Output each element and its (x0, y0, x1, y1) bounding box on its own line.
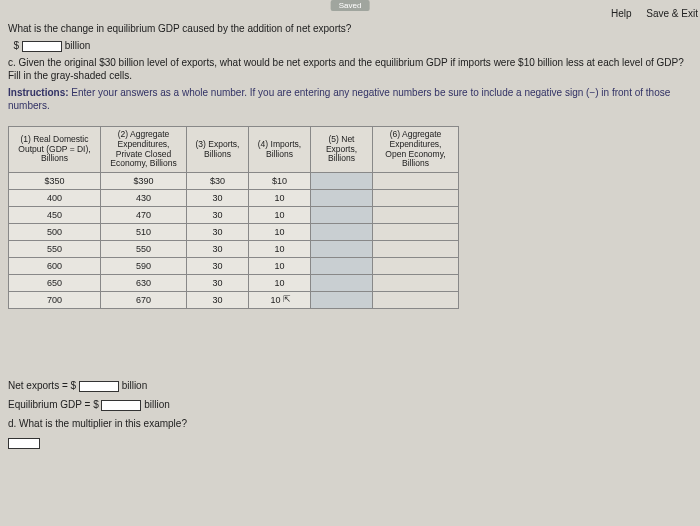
cell-c2: $390 (101, 173, 187, 190)
cell-c1: 550 (9, 241, 101, 258)
net-exports-input[interactable] (79, 381, 119, 392)
agg-exp-open-cell[interactable] (373, 173, 459, 190)
part-c-text: c. Given the original $30 billion level … (8, 56, 692, 82)
cell-c4: 10 (249, 190, 311, 207)
cell-c2: 510 (101, 224, 187, 241)
gdp-change-input[interactable] (22, 41, 62, 52)
equilibrium-gdp-line: Equilibrium GDP = $ billion (8, 398, 692, 411)
agg-exp-open-cell[interactable] (373, 190, 459, 207)
cell-c2: 590 (101, 258, 187, 275)
part-d-text: d. What is the multiplier in this exampl… (8, 417, 692, 430)
net-exports-line: Net exports = $ billion (8, 379, 692, 392)
cell-c4: 10 (249, 207, 311, 224)
agg-exp-open-cell[interactable] (373, 241, 459, 258)
net-exports-cell[interactable] (311, 173, 373, 190)
cell-c1: 600 (9, 258, 101, 275)
top-right-links: Help Save & Exit (599, 8, 698, 19)
multiplier-answer-line (8, 436, 692, 449)
billion-label: billion (65, 40, 91, 51)
cell-c2: 470 (101, 207, 187, 224)
cell-c1: $350 (9, 173, 101, 190)
col-header-2: (2) Aggregate Expenditures, Private Clos… (101, 127, 187, 173)
eq-gdp-label: Equilibrium GDP = $ (8, 399, 99, 410)
instructions-label: Instructions: (8, 87, 69, 98)
multiplier-input[interactable] (8, 438, 40, 449)
agg-exp-open-cell[interactable] (373, 275, 459, 292)
cell-c1: 450 (9, 207, 101, 224)
billion-label: billion (144, 399, 170, 410)
col-header-4: (4) Imports, Billions (249, 127, 311, 173)
net-exports-cell[interactable] (311, 275, 373, 292)
cell-c4: 10 (249, 275, 311, 292)
cursor-icon: ⇱ (283, 294, 291, 304)
cell-c3: 30 (187, 258, 249, 275)
net-exports-cell[interactable] (311, 224, 373, 241)
net-exports-cell[interactable] (311, 241, 373, 258)
agg-exp-open-cell[interactable] (373, 258, 459, 275)
agg-exp-open-cell[interactable] (373, 292, 459, 309)
help-link[interactable]: Help (611, 8, 632, 19)
table-row: $350$390$30$10 (9, 173, 459, 190)
cell-c3: 30 (187, 207, 249, 224)
cell-c3: 30 (187, 275, 249, 292)
answer-line-1: $ billion (8, 39, 692, 52)
net-exports-cell[interactable] (311, 207, 373, 224)
cell-c2: 550 (101, 241, 187, 258)
agg-exp-open-cell[interactable] (373, 224, 459, 241)
net-exports-cell[interactable] (311, 190, 373, 207)
net-exports-label: Net exports = $ (8, 380, 76, 391)
cell-c3: $30 (187, 173, 249, 190)
cell-c4: $10 (249, 173, 311, 190)
billion-label: billion (122, 380, 148, 391)
cell-c1: 400 (9, 190, 101, 207)
cell-c3: 30 (187, 224, 249, 241)
instructions-line: Instructions: Enter your answers as a wh… (8, 86, 692, 112)
col-header-3: (3) Exports, Billions (187, 127, 249, 173)
cell-c3: 30 (187, 292, 249, 309)
cell-c1: 650 (9, 275, 101, 292)
question-change-gdp: What is the change in equilibrium GDP ca… (8, 22, 692, 35)
cell-c4: 10 (249, 241, 311, 258)
cell-c2: 630 (101, 275, 187, 292)
net-exports-cell[interactable] (311, 258, 373, 275)
cell-c1: 500 (9, 224, 101, 241)
table-row: 5505503010 (9, 241, 459, 258)
cell-c2: 670 (101, 292, 187, 309)
cell-c4: 10⇱ (249, 292, 311, 309)
table-row: 6506303010 (9, 275, 459, 292)
saved-status: Saved (331, 0, 370, 11)
table-row: 7006703010⇱ (9, 292, 459, 309)
cell-c1: 700 (9, 292, 101, 309)
col-header-1: (1) Real Domestic Output (GDP = DI), Bil… (9, 127, 101, 173)
col-header-5: (5) Net Exports, Billions (311, 127, 373, 173)
table-row: 6005903010 (9, 258, 459, 275)
cell-c3: 30 (187, 190, 249, 207)
instructions-text: Enter your answers as a whole number. If… (8, 87, 670, 111)
save-exit-link[interactable]: Save & Exit (646, 8, 698, 19)
cell-c4: 10 (249, 224, 311, 241)
dollar-sign: $ (14, 40, 20, 51)
agg-exp-open-cell[interactable] (373, 207, 459, 224)
net-exports-cell[interactable] (311, 292, 373, 309)
cell-c4: 10 (249, 258, 311, 275)
cell-c2: 430 (101, 190, 187, 207)
table-row: 4504703010 (9, 207, 459, 224)
col-header-6: (6) Aggregate Expenditures, Open Economy… (373, 127, 459, 173)
eq-gdp-input[interactable] (101, 400, 141, 411)
data-table: (1) Real Domestic Output (GDP = DI), Bil… (8, 126, 459, 309)
table-row: 4004303010 (9, 190, 459, 207)
table-row: 5005103010 (9, 224, 459, 241)
cell-c3: 30 (187, 241, 249, 258)
